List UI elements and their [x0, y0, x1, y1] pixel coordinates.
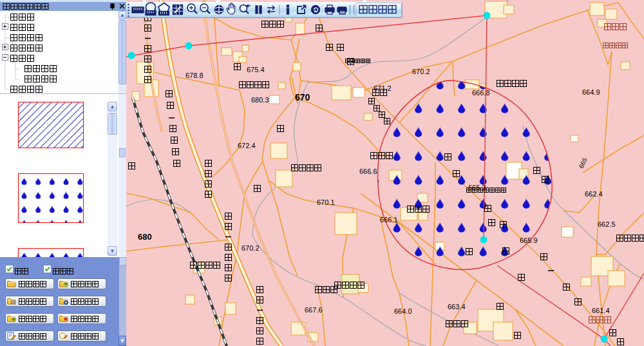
- svg-text:662.5: 662.5: [598, 220, 616, 228]
- svg-text:662.4: 662.4: [585, 190, 603, 198]
- svg-text:663.4: 663.4: [448, 303, 466, 311]
- svg-text:670.2: 670.2: [242, 244, 260, 252]
- svg-text:666.8: 666.8: [472, 89, 490, 97]
- svg-text:664.9: 664.9: [582, 88, 600, 96]
- svg-text:670.1: 670.1: [317, 198, 335, 206]
- svg-text:670.2: 670.2: [412, 68, 430, 75]
- svg-text:672.4: 672.4: [238, 142, 256, 149]
- svg-text:678.8: 678.8: [185, 72, 204, 79]
- svg-text:665.9: 665.9: [520, 236, 538, 244]
- svg-text:671.2: 671.2: [374, 84, 392, 92]
- svg-text:680.3: 680.3: [251, 96, 269, 104]
- svg-text:661.4: 661.4: [592, 307, 610, 314]
- svg-text:675.4: 675.4: [247, 66, 265, 73]
- svg-text:667.6: 667.6: [305, 306, 323, 314]
- svg-text:670: 670: [295, 92, 310, 102]
- svg-text:666.6: 666.6: [359, 168, 377, 175]
- svg-text:666.1: 666.1: [380, 216, 398, 224]
- svg-text:680: 680: [138, 232, 152, 242]
- svg-text:664.0: 664.0: [394, 307, 412, 315]
